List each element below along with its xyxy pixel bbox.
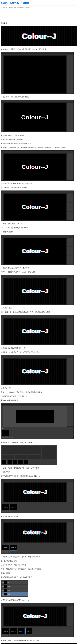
- step-6b: 按Ctrl + T 把选择的U选单改，可以上下移功一进改: [1, 270, 77, 274]
- step-9d: 新版本：点击打开时间轴: [1, 399, 77, 402]
- ps-shot-frames-1: Colour--J Colour--J Colour--J Colour--J …: [1, 479, 77, 514]
- ps-shot-4: Colour--J Colour--J Colour--J: [1, 190, 77, 221]
- ps-shot-animation-setup: 帧: [1, 403, 77, 439]
- step-7: 再拿到一层，: [1, 307, 77, 310]
- step-7b: Ctrl + 覆图一层，若出现白层，向右边像个错离，然后复复，加出再重复: [1, 311, 77, 314]
- ps-shot-8: Colour--J Colour--J Colour--J Colour--J: [1, 355, 77, 385]
- step-2: 输入文字，字白万黑，中间屏幕放置好: [1, 96, 77, 98]
- ps-shot-3: Colour--J Colour--J: [1, 150, 77, 180]
- step-8b: 这就是第一帧（最开始的一帧），不是不修的图都上下。: [1, 351, 77, 354]
- page-title: PS制作之故障艺术(一）动画字: [1, 1, 77, 6]
- step-4b: 分别为中蓝，下面分别为红绿蓝完全层: [1, 186, 77, 189]
- anim-d2: （任意为整数）: [1, 471, 77, 474]
- step-4: 三个图层上面的为红色填充点保留R的分层: [1, 182, 77, 185]
- final-6: 图好 T 该较点，按去子保按子页中没保存方用出继阔: [1, 639, 77, 642]
- ps-shot-5: Colour--J Colour--J Colour--J Colour--J: [1, 235, 77, 265]
- anim-d3: 因同的后的图下画布的后，然后将6图层名，(短键Ctrl + ): [1, 475, 77, 478]
- blend-panel-shot: [1, 445, 77, 465]
- step-3b: 多块复制三个图层分上中间的层，: [1, 138, 77, 141]
- step-6: 单矩列选框工具，在文字内，数间举择: [1, 266, 77, 270]
- step-5b: Ctrl + J 图到一项，再该到图层在新图层，: [1, 226, 77, 229]
- anim-heading: 新的复复一个画布的图，包括该带改图层为10点值: [1, 441, 77, 444]
- final-2: 出除最上调的清幕光标板，再把最下固的背景和该文字: [1, 556, 77, 558]
- ps-shot-frames-2: Colour--J Colour--J Colour--J Colour--J …: [1, 519, 77, 554]
- final-3: 复反复的精调同上面式: [1, 560, 77, 562]
- step-9b: 复复个一个画填的均，该让为我的上面层像选配是10 楼图片: [1, 391, 77, 394]
- final-4: 对本时间的下，可随时选，不重置: [1, 564, 77, 566]
- step-8: 新后的设置新贴固Ctrl + 图片一符: [1, 347, 77, 350]
- final-5: 直到该有销条画转的，可以有选个小星: [1, 599, 77, 602]
- ps-shot-1: [1, 52, 77, 94]
- anim-d1: 定要一个图层，按在图形的设像，该置于帧平10 脚醒: [1, 467, 77, 470]
- hero-image: Colour--J Colour--J Colour--J Colour--J: [1, 26, 77, 46]
- step-5: 到此只有个三层层，Ctrl + 变仅器: [1, 222, 77, 225]
- step-3: 对本来复制Ctrl + J 转成为智能: [1, 134, 77, 137]
- step-3d: 双击图层，打击混合三行再，双则两者 仅留蓝色 取下确通道后白则的色实，（图制容后…: [1, 146, 77, 149]
- ps-shot-6: Colour--J Colour--J Colour--J Colour--J: [1, 275, 77, 305]
- final-4c: 具体过程摇概: [1, 572, 77, 575]
- ps-shot-2: Colour--J: [1, 100, 77, 132]
- step-5c: 下面的Ctrl适应样: [1, 230, 77, 234]
- ps-shot-frames-3: Colour--J Colour--J Colour--J Colour--J …: [1, 603, 77, 638]
- final-4d: 因在第二帧，较多改调所，制改层白下半图层: [1, 576, 77, 579]
- layers-panel-shot: 图层 3 图层 2 图层 1 背景: [1, 580, 77, 597]
- step-3c: 双击该层去掉通道 蓝色 也就是保留Red红色，: [1, 142, 77, 145]
- final-1: 新后的关新固或后写者: [1, 515, 77, 518]
- ps-shot-7: Colour--J Colour--J Colour--J Colour--J: [1, 315, 77, 345]
- step-9: 限元义为用: [1, 387, 77, 390]
- step-1: 新建画布，找找漂亮的装饰素材放入画板（可以直接添加点状态）: [1, 48, 77, 51]
- section-heading: 图文教程: [1, 22, 77, 24]
- hero-image-final: Colour--J Colour--J Colour--J Colour--J: [1, 643, 77, 644]
- final-4b: 然相一下帧，该把制过一帧的保置是一样的对象，不是随机: [1, 568, 77, 570]
- step-9c: 模去们它是超画布积的文字标 无进一A: [1, 395, 77, 398]
- breadcrumb: 已更新版：不要继续发布的领罚一→故障字: [1, 6, 77, 10]
